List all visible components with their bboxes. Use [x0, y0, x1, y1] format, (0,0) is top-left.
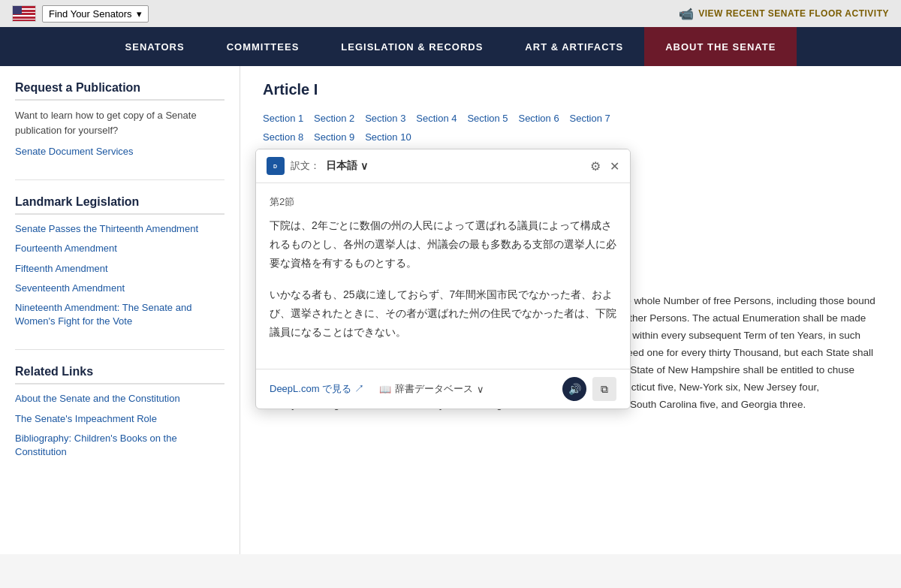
- translation-popup: D 訳文： 日本語 ∨ ⚙ ✕ 第2節 下院は、2年ごとに数個の州の人民によって…: [255, 149, 631, 409]
- publication-text: Want to learn how to get copy of a Senat…: [15, 108, 224, 137]
- floor-activity-label: VIEW RECENT SENATE FLOOR ACTIVITY: [698, 8, 889, 19]
- landmark-link-1[interactable]: Fourteenth Amendment: [15, 242, 224, 255]
- content-wrapper: Request a Publication Want to learn how …: [0, 66, 901, 554]
- publication-section: Request a Publication Want to learn how …: [15, 81, 224, 158]
- top-bar: Find Your Senators ▾ 📹 VIEW RECENT SENAT…: [0, 0, 901, 27]
- landmark-link-4[interactable]: Nineteenth Amendment: The Senate and Wom…: [15, 301, 224, 328]
- article-main: Article I Section 1 Section 2 Section 3 …: [240, 66, 901, 554]
- landmark-link-0[interactable]: Senate Passes the Thirteenth Amendment: [15, 222, 224, 236]
- section-link-6[interactable]: Section 6: [518, 113, 559, 124]
- section-link-10[interactable]: Section 10: [365, 131, 411, 143]
- section-link-2[interactable]: Section 2: [314, 113, 354, 124]
- sidebar: Request a Publication Want to learn how …: [0, 66, 240, 554]
- dict-arrow-icon: ∨: [477, 384, 484, 395]
- top-bar-left: Find Your Senators ▾: [12, 5, 149, 23]
- nav-legislation[interactable]: LEGISLATION & RECORDS: [320, 27, 504, 66]
- popup-settings-button[interactable]: ⚙: [590, 159, 601, 173]
- nav-senators[interactable]: SENATORS: [104, 27, 206, 66]
- floor-activity-link[interactable]: 📹 VIEW RECENT SENATE FLOOR ACTIVITY: [679, 7, 889, 21]
- find-senators-dropdown[interactable]: Find Your Senators ▾: [42, 5, 149, 23]
- popup-text-2: いかなる者も、25歳に達しておらず、7年間米国市民でなかった者、および、選挙され…: [270, 285, 616, 342]
- deepl-logo: D: [267, 157, 285, 175]
- related-link-1[interactable]: The Senate's Impeachment Role: [15, 412, 224, 426]
- section-link-9[interactable]: Section 9: [314, 131, 354, 143]
- nav-committees[interactable]: COMMITTEES: [206, 27, 321, 66]
- popup-section-label: 第2節: [270, 195, 616, 209]
- section-link-5[interactable]: Section 5: [467, 113, 508, 124]
- section-link-8[interactable]: Section 8: [263, 131, 303, 143]
- section-link-7[interactable]: Section 7: [570, 113, 610, 124]
- popup-translated-text: 下院は、2年ごとに数個の州の人民によって選ばれる議員によって構成されるものとし、…: [270, 216, 616, 342]
- main-navigation: SENATORS COMMITTEES LEGISLATION & RECORD…: [0, 27, 901, 66]
- landmark-link-3[interactable]: Seventeenth Amendment: [15, 282, 224, 295]
- section-links: Section 1 Section 2 Section 3 Section 4 …: [263, 109, 878, 146]
- popup-header: D 訳文： 日本語 ∨ ⚙ ✕: [256, 149, 630, 183]
- find-senators-label: Find Your Senators: [49, 8, 132, 20]
- landmark-link-2[interactable]: Fifteenth Amendment: [15, 262, 224, 276]
- popup-dictionary[interactable]: 📖 辞書データベース ∨: [379, 382, 484, 396]
- popup-footer: DeepL.com で見る ↗ 📖 辞書データベース ∨ 🔊 ⧉: [256, 369, 630, 409]
- popup-lang-arrow-icon: ∨: [360, 160, 368, 172]
- popup-body: 第2節 下院は、2年ごとに数個の州の人民によって選ばれる議員によって構成されるも…: [256, 183, 630, 369]
- camera-icon: 📹: [679, 7, 695, 21]
- dict-icon: 📖: [379, 384, 391, 395]
- popup-speaker-button[interactable]: 🔊: [562, 377, 586, 401]
- popup-footer-icons: 🔊 ⧉: [562, 377, 616, 401]
- sidebar-divider-1: [15, 179, 224, 180]
- dropdown-arrow-icon: ▾: [137, 8, 142, 20]
- popup-copy-button[interactable]: ⧉: [592, 377, 616, 401]
- section-link-1[interactable]: Section 1: [263, 113, 303, 124]
- popup-language-selector[interactable]: 日本語 ∨: [326, 159, 368, 173]
- publication-title: Request a Publication: [15, 81, 224, 101]
- related-link-2[interactable]: Bibliography: Children's Books on the Co…: [15, 432, 224, 459]
- popup-text-1: 下院は、2年ごとに数個の州の人民によって選ばれる議員によって構成されるものとし、…: [270, 216, 616, 273]
- popup-close-button[interactable]: ✕: [610, 159, 619, 173]
- us-flag-icon: [12, 5, 36, 22]
- article-title: Article I: [263, 81, 878, 98]
- landmark-title: Landmark Legislation: [15, 195, 224, 215]
- svg-text:D: D: [273, 164, 277, 169]
- publication-link[interactable]: Senate Document Services: [15, 145, 224, 158]
- popup-language-name: 日本語: [326, 159, 357, 173]
- nav-art[interactable]: ART & ARTIFACTS: [504, 27, 644, 66]
- deepl-link-text: DeepL.com で見る ↗: [270, 382, 364, 396]
- popup-header-right: ⚙ ✕: [590, 159, 619, 173]
- section-link-3[interactable]: Section 3: [365, 113, 405, 124]
- popup-translate-label: 訳文：: [291, 159, 320, 173]
- section-link-4[interactable]: Section 4: [416, 113, 457, 124]
- related-link-0[interactable]: About the Senate and the Constitution: [15, 392, 224, 406]
- nav-about-senate[interactable]: ABOUT THE SENATE: [644, 27, 797, 66]
- deepl-link[interactable]: DeepL.com で見る ↗: [270, 382, 364, 396]
- related-links-section: Related Links About the Senate and the C…: [15, 365, 224, 459]
- dict-label: 辞書データベース: [395, 382, 473, 396]
- related-links-title: Related Links: [15, 365, 224, 384]
- sidebar-divider-2: [15, 349, 224, 350]
- landmark-section: Landmark Legislation Senate Passes the T…: [15, 195, 224, 328]
